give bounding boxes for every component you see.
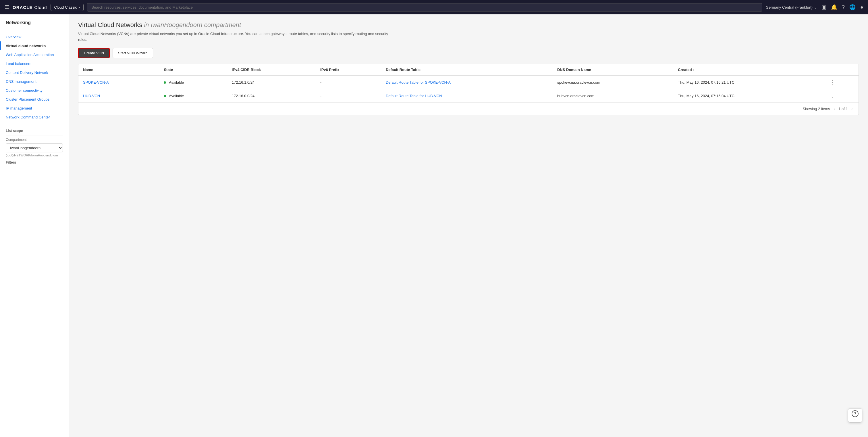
next-page-button[interactable]: › bbox=[850, 106, 854, 112]
oracle-logo: ORACLE Cloud bbox=[13, 5, 47, 10]
cell-ipv4-1: 172.16.1.0/24 bbox=[227, 76, 316, 89]
action-bar: Create VCN Start VCN Wizard bbox=[78, 48, 859, 58]
sidebar-item-load-balancers[interactable]: Load balancers bbox=[0, 59, 69, 68]
prev-page-button[interactable]: ‹ bbox=[832, 106, 836, 112]
cell-ipv4-2: 172.16.0.0/24 bbox=[227, 89, 316, 103]
compartment-path: (root)/NETWORK/IwanHoogendo orn bbox=[6, 153, 63, 157]
main-layout: Networking Overview Virtual cloud networ… bbox=[0, 14, 868, 437]
sidebar-item-dns-management[interactable]: DNS management bbox=[0, 77, 69, 86]
top-navigation: ☰ ORACLE Cloud Cloud Classic › Germany C… bbox=[0, 0, 868, 14]
start-vcn-wizard-button[interactable]: Start VCN Wizard bbox=[113, 48, 153, 58]
col-ipv4: IPv4 CIDR Block bbox=[227, 64, 316, 76]
oracle-logo-suffix: Cloud bbox=[34, 5, 47, 10]
col-ipv6: IPv6 Prefix bbox=[316, 64, 381, 76]
vcn-name-link-2[interactable]: HUB-VCN bbox=[83, 94, 100, 98]
cell-created-2: Thu, May 16, 2024, 07:15:04 UTC bbox=[673, 89, 825, 103]
page-title-suffix: compartment bbox=[204, 21, 241, 28]
notifications-icon[interactable]: 🔔 bbox=[831, 4, 837, 10]
topnav-right-actions: Germany Central (Frankfurt) ⌄ ▣ 🔔 ? 🌐 ● bbox=[766, 4, 863, 10]
cell-ipv6-2: - bbox=[316, 89, 381, 103]
help-widget[interactable]: ? ⋯ bbox=[848, 408, 862, 423]
sidebar: Networking Overview Virtual cloud networ… bbox=[0, 14, 69, 437]
route-table-link-2[interactable]: Default Route Table for HUB-VCN bbox=[386, 94, 442, 98]
page-title-compartment: IwanHoogendoorn bbox=[151, 21, 203, 28]
col-created[interactable]: Created bbox=[673, 64, 825, 76]
help-icon[interactable]: ? bbox=[842, 4, 845, 10]
sidebar-item-web-application-acceleration[interactable]: Web Application Acceleration bbox=[0, 50, 69, 59]
sidebar-item-customer-connectivity[interactable]: Customer connectivity bbox=[0, 86, 69, 95]
table-footer: Showing 2 items ‹ 1 of 1 › bbox=[79, 103, 859, 115]
col-state: State bbox=[159, 64, 227, 76]
status-text-2: Available bbox=[169, 94, 184, 98]
sidebar-title: Networking bbox=[0, 20, 69, 30]
vcn-name-link-1[interactable]: SPOKE-VCN-A bbox=[83, 80, 109, 85]
help-circle-icon: ? bbox=[851, 410, 859, 417]
dev-tools-icon[interactable]: ▣ bbox=[822, 4, 826, 10]
route-table-link-1[interactable]: Default Route Table for SPOKE-VCN-A bbox=[386, 80, 451, 85]
table-header-row: Name State IPv4 CIDR Block IPv6 Prefix D… bbox=[79, 64, 859, 76]
col-dns-domain: DNS Domain Name bbox=[553, 64, 673, 76]
cell-ipv6-1: - bbox=[316, 76, 381, 89]
vcn-table: Name State IPv4 CIDR Block IPv6 Prefix D… bbox=[79, 64, 859, 103]
cell-route-table-1: Default Route Table for SPOKE-VCN-A bbox=[381, 76, 553, 89]
status-dot-2 bbox=[164, 95, 166, 97]
help-dots-icon: ⋯ bbox=[851, 418, 859, 421]
cell-state-1: Available bbox=[159, 76, 227, 89]
cell-name-1: SPOKE-VCN-A bbox=[79, 76, 159, 89]
globe-icon[interactable]: 🌐 bbox=[849, 4, 856, 10]
cloud-classic-button[interactable]: Cloud Classic › bbox=[51, 4, 84, 11]
page-title-in: in bbox=[144, 21, 149, 28]
page-description: Virtual Cloud Networks (VCNs) are privat… bbox=[78, 31, 394, 42]
chevron-right-icon: › bbox=[79, 5, 80, 9]
list-scope-section: List scope Compartment IwanHoogendoorn (… bbox=[0, 124, 69, 169]
main-content: Virtual Cloud Networks in IwanHoogendoor… bbox=[69, 14, 868, 437]
sidebar-item-network-command-center[interactable]: Network Command Center bbox=[0, 113, 69, 122]
cell-dns-domain-2: hubvcn.oraclevcn.com bbox=[553, 89, 673, 103]
filters-label: Filters bbox=[6, 161, 63, 165]
compartment-select[interactable]: IwanHoogendoorn bbox=[6, 143, 63, 152]
sidebar-item-cluster-placement-groups[interactable]: Cluster Placement Groups bbox=[0, 95, 69, 104]
cell-created-1: Thu, May 16, 2024, 07:16:21 UTC bbox=[673, 76, 825, 89]
user-avatar-icon[interactable]: ● bbox=[860, 4, 863, 10]
col-actions bbox=[825, 64, 859, 76]
page-title: Virtual Cloud Networks in IwanHoogendoor… bbox=[78, 21, 859, 29]
compartment-label: Compartment bbox=[6, 138, 63, 142]
status-text-1: Available bbox=[169, 80, 184, 85]
vcn-table-container: Name State IPv4 CIDR Block IPv6 Prefix D… bbox=[78, 64, 859, 115]
region-selector[interactable]: Germany Central (Frankfurt) ⌄ bbox=[766, 5, 817, 9]
status-dot-1 bbox=[164, 81, 166, 84]
cell-name-2: HUB-VCN bbox=[79, 89, 159, 103]
list-scope-label: List scope bbox=[6, 129, 63, 133]
row-action-menu-2[interactable]: ⋮ bbox=[830, 93, 835, 98]
col-route-table: Default Route Table bbox=[381, 64, 553, 76]
page-info: 1 of 1 bbox=[838, 107, 848, 111]
sidebar-item-ip-management[interactable]: IP management bbox=[0, 104, 69, 113]
sidebar-item-virtual-cloud-networks[interactable]: Virtual cloud networks bbox=[0, 41, 69, 50]
region-label: Germany Central (Frankfurt) bbox=[766, 5, 812, 9]
col-name: Name bbox=[79, 64, 159, 76]
cell-route-table-2: Default Route Table for HUB-VCN bbox=[381, 89, 553, 103]
cell-actions-1: ⋮ bbox=[825, 76, 859, 89]
oracle-logo-text: ORACLE bbox=[13, 5, 32, 10]
table-row: HUB-VCN Available 172.16.0.0/24 - Defaul… bbox=[79, 89, 859, 103]
sidebar-item-content-delivery-network[interactable]: Content Delivery Network bbox=[0, 68, 69, 77]
table-row: SPOKE-VCN-A Available 172.16.1.0/24 - De… bbox=[79, 76, 859, 89]
cell-state-2: Available bbox=[159, 89, 227, 103]
cell-actions-2: ⋮ bbox=[825, 89, 859, 103]
create-vcn-button[interactable]: Create VCN bbox=[78, 48, 110, 58]
help-widget-inner: ? ⋯ bbox=[851, 410, 859, 421]
sidebar-item-overview[interactable]: Overview bbox=[0, 32, 69, 41]
cloud-classic-label: Cloud Classic bbox=[54, 5, 77, 9]
hamburger-menu-icon[interactable]: ☰ bbox=[5, 4, 9, 10]
showing-items-text: Showing 2 items bbox=[803, 107, 830, 111]
page-title-vcn: Virtual Cloud Networks bbox=[78, 21, 142, 28]
chevron-down-icon: ⌄ bbox=[814, 5, 817, 9]
row-action-menu-1[interactable]: ⋮ bbox=[830, 79, 835, 85]
cell-dns-domain-1: spokevcna.oraclevcn.com bbox=[553, 76, 673, 89]
search-input[interactable] bbox=[87, 3, 762, 11]
